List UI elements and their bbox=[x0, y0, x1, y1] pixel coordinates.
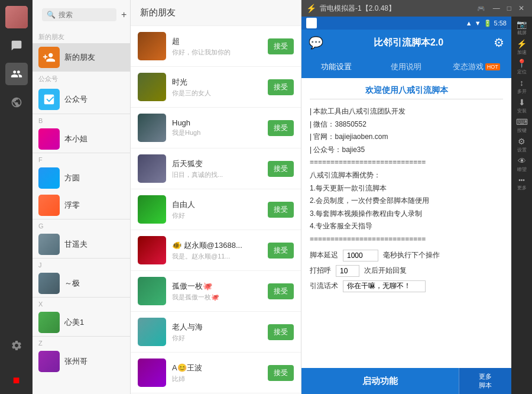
contact-fangyuan-avatar bbox=[38, 167, 60, 189]
friend-msg-yishi: 我是。赵永顺@11... bbox=[172, 252, 255, 261]
flow-label: 引流话术 bbox=[310, 281, 338, 291]
friend-msg-houtian: 旧目，真诚的找... bbox=[172, 170, 255, 179]
new-friends-label: 新的朋友 bbox=[64, 52, 95, 63]
friend-name-laoren: 老人与海 bbox=[172, 322, 262, 332]
friend-info-laoren: 老人与海 你好 bbox=[172, 322, 262, 343]
contact-fuling-avatar bbox=[38, 195, 60, 216]
app-settings-icon[interactable]: ⚙ bbox=[494, 35, 504, 50]
emu-watch-icon[interactable]: 👁 瞭望 bbox=[514, 156, 530, 173]
contact-ganyaofu-avatar bbox=[38, 234, 60, 255]
emulator-minimize-btn[interactable]: — bbox=[490, 4, 503, 12]
accept-btn-shiguang[interactable]: 接受 bbox=[268, 79, 294, 95]
accept-btn-houtian[interactable]: 接受 bbox=[268, 161, 294, 177]
wechat-contact-list: 🔍 + 新的朋友 新的朋友 公众号 公众号 B 本小姐 F 方圆 bbox=[33, 0, 130, 394]
alpha-J: J bbox=[33, 258, 130, 270]
contact-zhangge[interactable]: 张州哥 bbox=[33, 348, 130, 375]
tab-instructions[interactable]: 使用说明 bbox=[371, 56, 441, 78]
friend-name-houtian: 后天狐变 bbox=[172, 159, 262, 169]
sidebar-bottom-icon: ■ bbox=[5, 369, 28, 391]
sidebar-chat-icon[interactable] bbox=[5, 34, 28, 57]
flow-input[interactable] bbox=[343, 280, 426, 292]
friend-msg-shiguang: 你是三的女人 bbox=[172, 89, 255, 98]
new-friends-item[interactable]: 新的朋友 bbox=[33, 43, 130, 72]
friend-photo-ziyou bbox=[138, 195, 166, 224]
accept-btn-chao[interactable]: 接受 bbox=[268, 38, 294, 54]
emu-more-icon[interactable]: ••• 更多 bbox=[514, 176, 530, 192]
accept-btn-hu[interactable]: 接受 bbox=[268, 283, 294, 299]
content-line-3: | 官网：bajiejiaoben.com bbox=[310, 131, 503, 144]
official-avatar bbox=[38, 89, 60, 110]
contact-benz-name: 本小姐 bbox=[64, 134, 87, 144]
friend-item-laoren: 老人与海 你好 接受 bbox=[131, 312, 301, 353]
friend-name-shiguang: 时光 bbox=[172, 77, 262, 88]
friend-photo-hugh bbox=[138, 114, 166, 142]
contact-fangyuan[interactable]: 方圆 bbox=[33, 164, 130, 192]
emu-location-icon[interactable]: 📍 定位 bbox=[514, 59, 530, 75]
phone-content: 欢迎使用八戒引流脚本 | 本款工具由八戒引流团队开发 | 微信：38850552… bbox=[301, 79, 511, 368]
emu-install-icon[interactable]: ⬇ 安装 bbox=[514, 98, 530, 114]
sidebar-settings-icon[interactable] bbox=[5, 334, 28, 357]
phone-footer: 启动功能 更多 脚本 bbox=[301, 368, 511, 394]
contact-xinmei-name: 心美1 bbox=[64, 317, 84, 328]
contact-benz[interactable]: 本小姐 bbox=[33, 125, 130, 153]
friend-item-chao: 超 你好，你让我加你的 接受 bbox=[131, 26, 301, 67]
alpha-G: G bbox=[33, 219, 130, 231]
more-scripts-btn[interactable]: 更多 脚本 bbox=[459, 368, 512, 394]
contact-fuling[interactable]: 浮零 bbox=[33, 192, 130, 219]
contact-ganyaofu[interactable]: 甘遥夫 bbox=[33, 231, 130, 258]
friend-name-hu: 孤傲一枚🐙 bbox=[172, 281, 262, 292]
friend-name-awang: A😊王波 bbox=[172, 363, 262, 373]
sidebar-discover-icon[interactable] bbox=[5, 91, 28, 114]
accept-btn-awang[interactable]: 接受 bbox=[268, 365, 294, 381]
emu-keyboard-icon[interactable]: ⌨ 按键 bbox=[514, 117, 530, 134]
content-adv-3: 3.每套脚本视频操作教程由专人录制 bbox=[310, 208, 503, 221]
greet-suffix: 次后开始回复 bbox=[364, 266, 407, 276]
friend-photo-yishi bbox=[138, 236, 166, 264]
tab-games[interactable]: 变态游戏 HOT bbox=[442, 56, 511, 78]
contact-xinmei[interactable]: 心美1 bbox=[33, 309, 130, 336]
search-input[interactable] bbox=[59, 11, 112, 19]
accept-btn-ziyou[interactable]: 接受 bbox=[268, 202, 294, 218]
contact-ji[interactable]: ～极 bbox=[33, 270, 130, 297]
friend-name-yishi: 🐠 赵永顺@13688... bbox=[172, 240, 262, 251]
contact-benz-avatar bbox=[38, 128, 60, 150]
friend-msg-awang: 比姉 bbox=[172, 374, 255, 383]
alpha-X: X bbox=[33, 297, 130, 309]
status-time: 5:58 bbox=[494, 20, 507, 27]
friend-item-yishi: 🐠 赵永顺@13688... 我是。赵永顺@11... 接受 bbox=[131, 230, 301, 271]
phone-app-bar: 💬 比邻引流脚本2.0 ⚙ bbox=[301, 30, 511, 56]
contact-ji-avatar bbox=[38, 273, 60, 294]
app-chat-icon[interactable]: 💬 bbox=[309, 35, 323, 50]
emu-multi-icon[interactable]: ↕ 多开 bbox=[514, 78, 530, 95]
content-adv-4: 4.专业客服全天指导 bbox=[310, 220, 503, 233]
accept-btn-yishi[interactable]: 接受 bbox=[268, 243, 294, 259]
sidebar-contacts-icon[interactable] bbox=[5, 63, 28, 85]
phone-status-bar: ▲ ▼ 🔋 5:58 bbox=[301, 17, 511, 30]
friend-item-shiguang: 时光 你是三的女人 接受 bbox=[131, 67, 301, 108]
phone-tabs: 功能设置 使用说明 变态游戏 HOT bbox=[301, 56, 511, 79]
official-accounts-item[interactable]: 公众号 bbox=[33, 85, 130, 114]
friend-item-hu: 孤傲一枚🐙 我是孤傲一枚🐙 接受 bbox=[131, 271, 301, 312]
emu-screenshot-icon[interactable]: 📷 截屏 bbox=[514, 20, 530, 36]
accept-btn-laoren[interactable]: 接受 bbox=[268, 324, 294, 340]
signal-icon: ▼ bbox=[475, 20, 481, 27]
status-right: ▲ ▼ 🔋 5:58 bbox=[466, 20, 507, 27]
tab-function-settings[interactable]: 功能设置 bbox=[301, 56, 371, 78]
content-adv-1: 1.每天更新一款引流脚本 bbox=[310, 182, 503, 195]
greet-input[interactable] bbox=[336, 265, 359, 277]
emulator-restore-btn[interactable]: □ bbox=[504, 4, 514, 12]
friend-photo-awang bbox=[138, 359, 166, 387]
emu-settings-icon[interactable]: ⚙ 设置 bbox=[514, 137, 530, 153]
main-avatar[interactable] bbox=[5, 6, 28, 28]
emu-speed-icon[interactable]: ⚡ 加速 bbox=[514, 39, 530, 56]
add-contact-icon[interactable]: + bbox=[121, 9, 126, 20]
content-separator-2: ============================ bbox=[310, 233, 503, 246]
delay-row: 脚本延迟 毫秒执行下个操作 bbox=[310, 250, 503, 261]
status-left bbox=[306, 18, 317, 28]
accept-btn-hugh[interactable]: 接受 bbox=[268, 120, 294, 136]
start-function-btn[interactable]: 启动功能 bbox=[301, 368, 459, 394]
emulator-close-btn[interactable]: ✕ bbox=[515, 4, 527, 12]
contact-ji-name: ～极 bbox=[64, 278, 80, 289]
delay-input[interactable] bbox=[343, 250, 378, 261]
app-bar-title: 比邻引流脚本2.0 bbox=[329, 37, 488, 49]
